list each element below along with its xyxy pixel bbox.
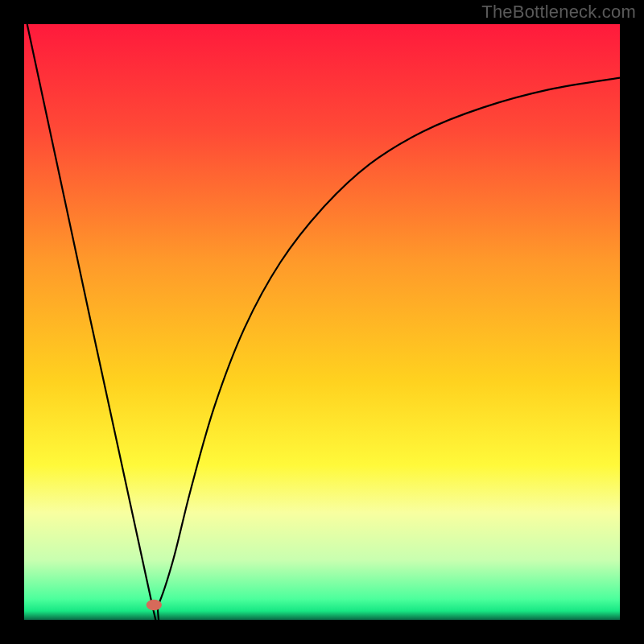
watermark-text: TheBottleneck.com (481, 2, 636, 23)
plot-area (24, 24, 620, 620)
chart-svg (24, 24, 620, 620)
gradient-background (24, 24, 620, 620)
chart-frame: TheBottleneck.com (0, 0, 644, 644)
minimum-marker (147, 600, 162, 610)
